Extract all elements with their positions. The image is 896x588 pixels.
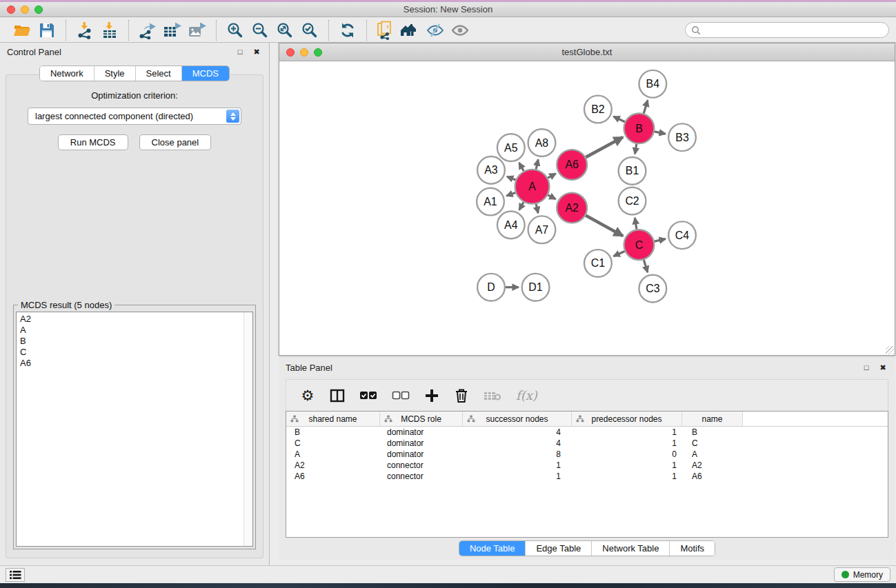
tab-network[interactable]: Network	[40, 66, 94, 81]
eye-slash-icon[interactable]	[423, 20, 448, 41]
edge-A-A6[interactable]	[548, 174, 556, 178]
close-table-panel-icon[interactable]: ✖	[877, 363, 888, 372]
edge-C-C4[interactable]	[655, 239, 666, 242]
edge-A-A8[interactable]	[536, 159, 538, 169]
table-cell[interactable]: A2	[286, 460, 380, 470]
export-image-icon[interactable]	[185, 20, 210, 41]
add-column-icon[interactable]	[424, 387, 439, 404]
tab-style[interactable]: Style	[94, 66, 135, 81]
table-cell[interactable]: 1	[572, 472, 682, 481]
resize-grip-icon[interactable]	[886, 346, 894, 354]
close-panel-button[interactable]: Close panel	[139, 134, 212, 150]
edge-A-A5[interactable]	[519, 163, 524, 171]
table-cell[interactable]: C	[286, 438, 380, 448]
node-A5[interactable]: A5	[497, 134, 525, 161]
node-A3[interactable]: A3	[477, 156, 505, 184]
table-row[interactable]: Adominator80A	[286, 449, 888, 460]
node-A8[interactable]: A8	[528, 129, 556, 156]
column-header-predecessor-nodes[interactable]: predecessor nodes	[572, 412, 682, 426]
table-row[interactable]: Bdominator41B	[286, 427, 888, 438]
network-canvas[interactable]: B4B2BB3A8A5A6A3B1AA1C2A2A4A7C4CC1C3DD1	[280, 62, 894, 354]
import-table-icon[interactable]	[97, 20, 122, 41]
table-cell[interactable]: 1	[463, 460, 572, 470]
table-row[interactable]: A6connector11A6	[286, 471, 888, 482]
network-close-button[interactable]	[286, 48, 295, 57]
deselect-all-icon[interactable]	[392, 387, 410, 404]
edge-A-A7[interactable]	[536, 204, 538, 213]
table-cell[interactable]: A2	[682, 460, 743, 470]
table-cell[interactable]: dominator	[380, 427, 463, 437]
edge-B-B3[interactable]	[655, 132, 666, 134]
close-panel-icon[interactable]: ✖	[251, 48, 262, 57]
column-header-successor-nodes[interactable]: successor nodes	[463, 412, 572, 426]
node-A2[interactable]: A2	[557, 193, 587, 223]
result-list-item[interactable]: A6	[20, 358, 249, 369]
edge-B-B2[interactable]	[613, 116, 624, 122]
edge-A2-C[interactable]	[586, 216, 623, 236]
export-network-icon[interactable]	[135, 20, 160, 41]
node-D[interactable]: D	[477, 274, 505, 301]
network-zoom-button[interactable]	[314, 48, 322, 57]
table-cell[interactable]: 1	[572, 427, 682, 437]
table-row[interactable]: Cdominator41C	[286, 438, 888, 449]
export-table-icon[interactable]	[160, 20, 185, 41]
result-list-scrollbar[interactable]	[243, 312, 252, 546]
node-A[interactable]: A	[515, 170, 550, 204]
table-cell[interactable]: C	[682, 438, 743, 448]
edge-C-C2[interactable]	[635, 218, 636, 229]
result-list-item[interactable]: A2	[20, 314, 249, 325]
column-header-name[interactable]: name	[682, 412, 743, 426]
delete-column-icon[interactable]	[454, 387, 469, 404]
memory-button[interactable]: Memory	[834, 567, 890, 582]
float-table-panel-icon[interactable]: □	[861, 363, 872, 372]
refresh-icon[interactable]	[335, 20, 360, 41]
table-cell[interactable]: A6	[286, 472, 380, 481]
zoom-out-icon[interactable]	[248, 20, 272, 41]
table-cell[interactable]: A6	[682, 472, 743, 481]
table-cell[interactable]: dominator	[380, 449, 463, 459]
tab-motifs[interactable]: Motifs	[669, 541, 715, 556]
table-row[interactable]: A2connector11A2	[286, 460, 888, 471]
edge-A-A3[interactable]	[507, 176, 516, 180]
node-A7[interactable]: A7	[528, 216, 556, 243]
open-folder-icon[interactable]	[10, 20, 34, 41]
edge-A6-B[interactable]	[586, 137, 623, 157]
node-D1[interactable]: D1	[522, 274, 550, 301]
table-cell[interactable]: connector	[380, 472, 463, 481]
criterion-select[interactable]: largest connected component (directed)	[28, 108, 241, 125]
node-A1[interactable]: A1	[477, 188, 504, 216]
search-input[interactable]	[701, 26, 888, 35]
node-C3[interactable]: C3	[639, 275, 666, 303]
task-history-button[interactable]	[6, 568, 25, 582]
table-cell[interactable]: 0	[572, 449, 682, 459]
minimize-window-button[interactable]	[21, 6, 29, 14]
tab-network-table[interactable]: Network Table	[591, 541, 669, 556]
run-mcds-button[interactable]: Run MCDS	[58, 134, 128, 150]
select-all-icon[interactable]	[359, 387, 377, 404]
edge-B-B1[interactable]	[635, 144, 637, 154]
close-window-button[interactable]	[7, 6, 15, 14]
column-header-mcds-role[interactable]: MCDS role	[380, 412, 463, 426]
edge-B-B4[interactable]	[644, 101, 648, 114]
edge-A-A4[interactable]	[519, 202, 524, 210]
result-list-item[interactable]: C	[20, 347, 249, 358]
node-B4[interactable]: B4	[639, 70, 666, 98]
houses-icon[interactable]	[398, 20, 423, 41]
node-C4[interactable]: C4	[668, 221, 696, 249]
table-cell[interactable]: dominator	[380, 438, 463, 448]
mcds-result-list[interactable]: A2ABCA6	[16, 312, 253, 547]
table-cell[interactable]: 1	[572, 460, 682, 470]
table-cell[interactable]: 1	[572, 438, 682, 448]
edge-C-C1[interactable]	[614, 251, 625, 256]
edge-A-A1[interactable]	[506, 192, 515, 196]
node-A6[interactable]: A6	[557, 150, 587, 180]
import-network-icon[interactable]	[72, 20, 97, 41]
eye-icon[interactable]	[448, 20, 472, 41]
network-minimize-button[interactable]	[300, 48, 308, 57]
node-C[interactable]: C	[624, 230, 655, 260]
node-B2[interactable]: B2	[584, 96, 612, 123]
zoom-window-button[interactable]	[34, 6, 43, 14]
edge-A-A2[interactable]	[548, 195, 555, 199]
node-C1[interactable]: C1	[584, 250, 612, 277]
tab-node-table[interactable]: Node Table	[459, 541, 526, 556]
